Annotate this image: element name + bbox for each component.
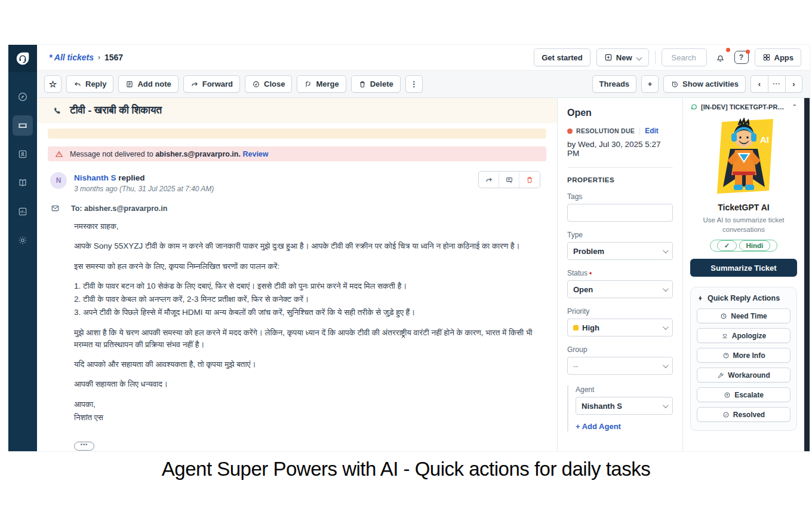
apps-grid-icon — [762, 53, 771, 62]
page: * All tickets › 1567 Get started New — [0, 0, 812, 508]
help-button[interactable]: ? — [734, 51, 749, 64]
message-forward-button[interactable] — [479, 172, 499, 188]
to-row: To: abisher.s@pravarpro.in — [50, 204, 542, 213]
collapse-icon[interactable]: ⌃ — [792, 103, 797, 110]
helpdesk-app-window: * All tickets › 1567 Get started New — [8, 45, 810, 451]
sidebar-item-analytics[interactable] — [13, 201, 33, 222]
message-delete-button[interactable] — [519, 172, 540, 188]
summarize-ticket-button[interactable]: Summarize Ticket — [690, 259, 797, 277]
warning-triangle-icon — [55, 150, 63, 158]
conversation-message: N Nishanth S replied 3 months ago (Thu, … — [37, 161, 557, 451]
sidebar-item-contacts[interactable] — [13, 144, 33, 164]
status-field: Status• Open — [567, 269, 673, 298]
to-recipients[interactable]: To: abisher.s@pravarpro.in — [71, 204, 167, 213]
gear-icon — [17, 235, 28, 246]
plus-icon: + — [648, 79, 653, 88]
agent-label: Agent — [576, 385, 673, 394]
forward-icon — [190, 80, 199, 88]
quick-action-workaround[interactable]: Workaround — [697, 368, 791, 382]
chevron-right-icon: › — [792, 79, 795, 88]
chevron-down-icon — [663, 286, 669, 292]
more-actions-button[interactable]: ⋮ — [405, 75, 423, 93]
trash-icon — [358, 80, 367, 88]
breadcrumb-ticket-id: 1567 — [104, 53, 123, 62]
chevron-left-icon: ‹ — [758, 79, 761, 88]
sidebar-item-admin[interactable] — [13, 230, 33, 250]
collapsed-panel-strip[interactable] — [804, 98, 810, 451]
add-note-button[interactable]: Add note — [118, 75, 178, 93]
edit-due-link[interactable]: Edit — [645, 127, 659, 135]
kebab-icon: ⋮ — [410, 79, 418, 88]
get-started-button[interactable]: Get started — [534, 48, 590, 66]
ticketgpt-app-header[interactable]: [IN-DEV] TICKETGPT-PRO-F... ⌃ — [690, 103, 797, 111]
star-button[interactable]: ☆ — [44, 75, 61, 93]
type-select[interactable]: Problem — [567, 242, 673, 260]
prev-ticket-button[interactable]: ‹ — [751, 75, 768, 93]
notifications-button[interactable] — [713, 50, 728, 65]
dashboard-icon — [17, 91, 28, 102]
resolution-due-row: RESOLUTION DUE Edit — [567, 127, 673, 135]
agent-field: Agent Nishanth S — [576, 385, 673, 415]
priority-select[interactable]: High — [567, 319, 673, 336]
language-chip[interactable]: ✓ Hindi — [710, 240, 778, 252]
alert-text: Message not delivered to abisher.s@prava… — [70, 150, 269, 158]
ticket-list-button[interactable]: ··· — [768, 75, 785, 93]
resolved-icon — [722, 411, 730, 418]
status-select[interactable]: Open — [567, 280, 673, 298]
group-field: Group -- — [567, 345, 673, 375]
sidebar-item-dashboard[interactable] — [13, 87, 33, 107]
message-quote-button[interactable] — [499, 172, 519, 188]
new-plus-icon — [604, 53, 613, 62]
group-select[interactable]: -- — [567, 357, 673, 375]
breadcrumb-all-tickets-link[interactable]: * All tickets — [49, 53, 94, 62]
ticket-status-heading: Open — [567, 108, 673, 118]
add-agent-link[interactable]: + Add Agent — [576, 422, 621, 431]
apps-button[interactable]: Apps — [755, 48, 802, 66]
divider — [567, 167, 673, 168]
new-button[interactable]: New — [596, 48, 649, 66]
conversation-pane: टीवी - खराबी की शिकायत Message not deliv… — [37, 98, 557, 451]
quote-icon — [505, 176, 513, 184]
sidebar-item-tickets[interactable] — [13, 115, 33, 136]
topbar-divider — [655, 51, 656, 64]
agent-select[interactable]: Nishanth S — [576, 397, 673, 415]
review-link[interactable]: Review — [242, 150, 268, 158]
reply-button[interactable]: Reply — [66, 75, 113, 93]
ellipsis-icon: ··· — [773, 81, 781, 87]
merge-button[interactable]: Merge — [297, 75, 346, 93]
tags-field: Tags — [567, 192, 673, 222]
quick-action-resolved[interactable]: Resolved — [697, 407, 791, 422]
quick-action-escalate[interactable]: Escalate — [697, 387, 791, 402]
contacts-icon — [17, 149, 28, 160]
forward-button[interactable]: Forward — [183, 75, 240, 93]
priority-field: Priority High — [567, 307, 673, 336]
status-label: Status• — [567, 269, 673, 277]
show-quoted-text-button[interactable]: ••• — [74, 442, 94, 451]
chevron-down-icon — [663, 247, 669, 253]
close-ticket-button[interactable]: Close — [245, 75, 292, 93]
quick-action-more-info[interactable]: More Info — [697, 348, 791, 363]
search-input[interactable] — [672, 53, 702, 62]
threads-button[interactable]: Threads — [592, 75, 637, 93]
next-ticket-button[interactable]: › — [785, 75, 802, 93]
quick-action-apologize[interactable]: Apologize — [697, 328, 791, 343]
forward-icon — [485, 176, 493, 184]
delete-button[interactable]: Delete — [351, 75, 401, 93]
search-box[interactable] — [662, 48, 707, 66]
add-thread-button[interactable]: + — [641, 75, 659, 93]
tags-input[interactable] — [567, 204, 673, 222]
signature-line: आपका, — [74, 399, 542, 411]
resolution-due-dot — [567, 128, 573, 134]
clock-icon — [720, 313, 727, 320]
lightning-icon — [697, 295, 704, 302]
freshdesk-logo[interactable] — [8, 45, 37, 72]
show-activities-button[interactable]: Show activities — [663, 75, 746, 93]
caption-text: Agent Super Powers with AI - Quick actio… — [0, 458, 812, 481]
body-paragraph: आपकी सहायता के लिए धन्यवाद। — [74, 378, 542, 390]
question-icon: ? — [739, 53, 743, 62]
body-paragraph: मुझे आशा है कि ये चरण आपकी समस्या को हल … — [74, 327, 542, 351]
quick-action-need-time[interactable]: Need Time — [697, 308, 791, 323]
sidebar-item-solutions[interactable] — [13, 173, 33, 193]
resolution-due-time: by Wed, Jul 30, 2025 5:27 PM — [567, 140, 673, 158]
message-author[interactable]: Nishanth S — [74, 173, 116, 182]
